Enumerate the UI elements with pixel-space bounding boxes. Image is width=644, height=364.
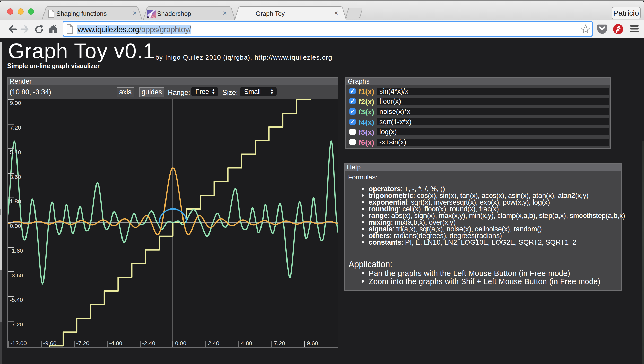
- svg-text:-7.20: -7.20: [10, 321, 23, 328]
- svg-text:4.80: 4.80: [241, 340, 252, 347]
- svg-text:5.40: 5.40: [10, 149, 21, 156]
- svg-text:-3.60: -3.60: [10, 272, 23, 279]
- svg-text:-7.20: -7.20: [76, 340, 89, 347]
- svg-text:0.00: 0.00: [10, 223, 21, 229]
- svg-text:-4.80: -4.80: [109, 340, 122, 347]
- svg-text:-12.00: -12.00: [10, 340, 27, 347]
- svg-text:-1.80: -1.80: [10, 248, 23, 254]
- svg-text:3.60: 3.60: [10, 174, 21, 180]
- svg-text:2.40: 2.40: [208, 340, 219, 347]
- svg-text:-2.40: -2.40: [142, 340, 155, 347]
- svg-text:1.80: 1.80: [10, 198, 21, 205]
- svg-text:7.20: 7.20: [10, 124, 21, 131]
- svg-text:-5.40: -5.40: [10, 297, 23, 303]
- svg-text:-9.60: -9.60: [43, 340, 56, 347]
- svg-text:7.20: 7.20: [274, 340, 285, 347]
- svg-text:9.60: 9.60: [307, 340, 318, 347]
- svg-text:9.00: 9.00: [10, 100, 21, 106]
- svg-text:0.00: 0.00: [175, 340, 186, 347]
